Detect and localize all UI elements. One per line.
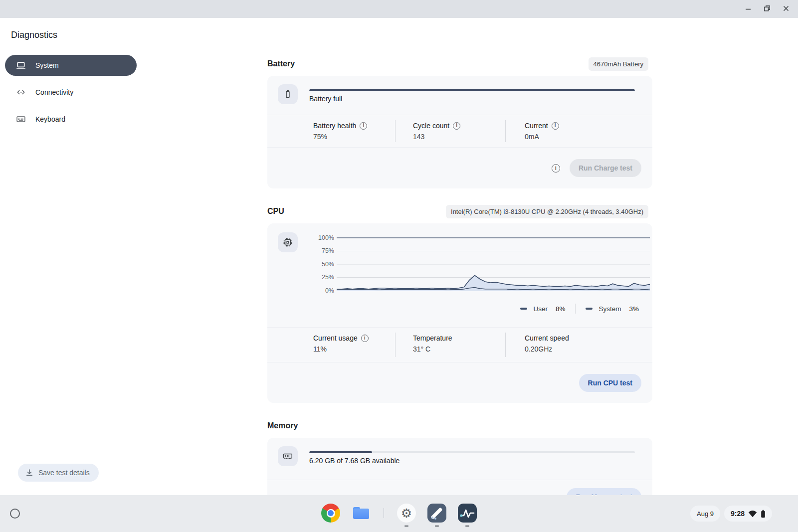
minimize-icon (745, 5, 752, 13)
stat-label: Current speed (525, 334, 569, 342)
screencast-icon (427, 504, 446, 523)
running-app-indicator (435, 526, 439, 527)
stat-value: 0mA (525, 133, 652, 141)
connectivity-icon (16, 87, 26, 97)
divider (575, 304, 576, 314)
restore-icon (764, 5, 771, 13)
sidebar-item-keyboard[interactable]: Keyboard (5, 109, 137, 130)
page-title: Diagnostics (11, 30, 57, 40)
battery-status-icon (761, 510, 766, 518)
legend-label: User (533, 305, 548, 313)
screencast-app-button[interactable] (427, 504, 446, 523)
user-series-swatch (520, 308, 527, 310)
files-app-button[interactable] (352, 504, 371, 523)
cycle-count-stat: Cycle count i 143 (396, 115, 505, 147)
status-tray[interactable]: 9:28 (724, 506, 772, 522)
run-memory-test-button[interactable]: Run Memory test (567, 488, 641, 495)
restore-button[interactable] (761, 3, 773, 15)
shelf-apps: ⚙ (321, 504, 477, 523)
y-axis-tick: 100% (318, 234, 334, 241)
cpu-usage-plot (337, 237, 650, 292)
memory-progress-fill (309, 451, 372, 453)
stat-value: 143 (413, 133, 505, 141)
launcher-button[interactable] (8, 507, 21, 520)
current-speed-stat: Current speed 0.20GHz (506, 328, 652, 362)
sidebar-nav: System Connectivity Keyboard (5, 55, 137, 136)
stat-label: Temperature (413, 334, 452, 342)
memory-progress-bar (309, 451, 635, 453)
memory-status-text: 6.20 GB of 7.68 GB available (309, 457, 399, 465)
date-label: Aug 9 (697, 510, 714, 518)
legend-item-system: System 3% (586, 305, 639, 313)
memory-icon (278, 446, 298, 466)
battery-icon (278, 84, 298, 104)
legend-value: 3% (629, 305, 639, 313)
calendar-date-chip[interactable]: Aug 9 (690, 506, 720, 522)
legend-value: 8% (556, 305, 566, 313)
battery-health-stat: Battery health i 75% (267, 115, 395, 147)
window-controls (742, 3, 798, 15)
close-button[interactable] (780, 3, 792, 15)
cpu-heading: CPU (267, 207, 284, 216)
cpu-section-header: CPU Intel(R) Core(TM) i3-8130U CPU @ 2.2… (267, 204, 652, 219)
system-series-swatch (586, 308, 593, 310)
battery-stats-row: Battery health i 75% Cycle count i 143 (267, 115, 652, 148)
current-usage-stat: Current usage i 11% (267, 328, 395, 362)
info-icon[interactable]: i (552, 164, 560, 173)
save-test-details-button[interactable]: Save test details (18, 464, 99, 482)
info-icon[interactable]: i (552, 122, 559, 130)
chromeos-screen: Diagnostics System Connectivity Keyboard (0, 0, 798, 532)
battery-progress-fill (309, 89, 635, 91)
cpu-card: 100% 75% 50% 25% 0% User 8% (267, 223, 652, 403)
stat-value: 75% (313, 133, 395, 141)
sidebar-item-system[interactable]: System (5, 55, 137, 76)
diagnostics-icon (458, 504, 477, 523)
memory-section-header: Memory (267, 418, 652, 433)
sidebar-item-label: Connectivity (35, 88, 73, 96)
stat-label: Cycle count (413, 122, 449, 130)
shelf-divider (384, 508, 384, 518)
save-button-label: Save test details (38, 469, 90, 477)
battery-section-header: Battery 4670mAh Battery (267, 56, 652, 71)
running-app-indicator (465, 526, 469, 527)
files-icon (352, 504, 371, 523)
battery-card: Battery full Battery health i 75% Cycle … (267, 76, 652, 188)
info-icon[interactable]: i (453, 122, 460, 130)
memory-action-row: Run Memory test (267, 480, 652, 495)
diagnostics-app-button[interactable] (458, 504, 477, 523)
run-charge-test-button[interactable]: Run Charge test (570, 159, 641, 177)
battery-action-row: i Run Charge test (267, 148, 652, 188)
sidebar-item-label: Keyboard (35, 115, 65, 123)
memory-heading: Memory (267, 421, 298, 430)
stat-value: 11% (313, 345, 395, 353)
run-cpu-test-button[interactable]: Run CPU test (579, 374, 641, 392)
sidebar-item-label: System (35, 61, 59, 69)
launcher-icon (10, 509, 20, 519)
close-icon (783, 5, 790, 13)
app-content: Diagnostics System Connectivity Keyboard (0, 18, 798, 495)
y-axis-tick: 50% (322, 261, 334, 268)
info-icon[interactable]: i (360, 122, 367, 130)
stat-value: 0.20GHz (525, 345, 652, 353)
stat-label: Battery health (313, 122, 356, 130)
diagnostics-panel: Battery 4670mAh Battery Battery full Bat… (267, 18, 652, 495)
keyboard-icon (16, 114, 26, 124)
cpu-usage-legend: User 8% System 3% (520, 304, 639, 314)
info-icon[interactable]: i (361, 335, 369, 342)
gear-icon: ⚙ (397, 504, 416, 523)
status-area: Aug 9 9:28 (690, 506, 772, 522)
minimize-button[interactable] (742, 3, 754, 15)
sidebar-item-connectivity[interactable]: Connectivity (5, 82, 137, 103)
current-stat: Current i 0mA (506, 115, 652, 147)
laptop-icon (16, 60, 26, 70)
window-titlebar (0, 0, 798, 18)
cpu-spec-badge: Intel(R) Core(TM) i3-8130U CPU @ 2.20GHz… (446, 205, 648, 218)
y-axis-tick: 75% (322, 247, 334, 254)
settings-app-button[interactable]: ⚙ (397, 504, 416, 523)
battery-progress-bar (309, 89, 635, 91)
chrome-icon (321, 504, 340, 523)
memory-card: 6.20 GB of 7.68 GB available Run Memory … (267, 438, 652, 495)
battery-status-text: Battery full (309, 95, 342, 103)
chrome-app-button[interactable] (321, 504, 340, 523)
y-axis-tick: 0% (325, 287, 334, 294)
